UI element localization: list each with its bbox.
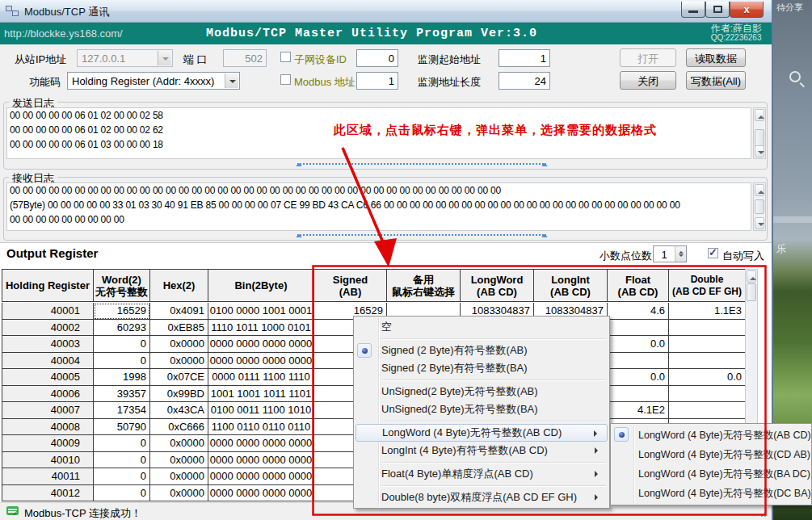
table-cell[interactable]: 39357 — [94, 386, 150, 403]
table-cell[interactable]: 4.6 — [608, 303, 669, 320]
menu-item[interactable]: LongWord (4 Byte)无符号整数(AB CD) — [356, 424, 608, 442]
maximize-button[interactable] — [705, 2, 730, 18]
search-icon[interactable] — [789, 71, 801, 82]
menu-item[interactable]: LongWord (4 Byte)无符号整数(CD AB) — [612, 445, 810, 464]
table-cell[interactable]: 4.1E2 — [608, 402, 669, 419]
table-cell[interactable] — [608, 353, 669, 370]
send-log-hscrollbar[interactable] — [297, 163, 546, 170]
receive-log-hscrollbar[interactable] — [297, 234, 546, 241]
modbus-addr-input[interactable]: 1 — [356, 72, 398, 90]
table-cell[interactable]: 0 — [94, 336, 150, 353]
table-cell[interactable] — [669, 320, 746, 337]
table-cell[interactable] — [608, 386, 669, 403]
menu-item[interactable]: UnSigned(2 Byte)无符号整数(AB) — [356, 383, 608, 400]
row-header[interactable]: 40008 — [2, 419, 94, 436]
table-cell[interactable] — [669, 402, 746, 419]
open-button[interactable]: 打开 — [620, 48, 676, 67]
modbus-addr-checkbox[interactable] — [280, 74, 291, 85]
table-cell[interactable]: 0100 0000 1001 0001 — [208, 303, 314, 320]
row-header[interactable]: 40010 — [2, 452, 94, 469]
row-header[interactable]: 40002 — [2, 320, 94, 337]
table-cell[interactable]: 1100 0110 0110 0110 — [208, 419, 314, 436]
subnet-id-checkbox[interactable] — [280, 52, 291, 62]
resize-grip[interactable] — [760, 510, 768, 518]
read-data-button[interactable]: 读取数据 — [686, 48, 746, 67]
auto-write-checkbox[interactable] — [708, 248, 718, 258]
row-header[interactable]: 40009 — [2, 435, 94, 452]
subnet-id-input[interactable]: 0 — [356, 49, 398, 67]
table-cell[interactable]: 1.1E3 — [669, 303, 746, 320]
row-header[interactable]: 40012 — [2, 485, 94, 502]
table-cell[interactable]: 50790 — [94, 419, 150, 436]
table-cell[interactable]: 0100 0011 1100 1010 — [208, 402, 314, 419]
scroll-up-icon[interactable] — [755, 109, 764, 121]
table-cell[interactable]: 0x0000 — [150, 468, 208, 485]
table-cell[interactable]: 1998 — [94, 369, 150, 386]
scroll-down-icon[interactable] — [755, 145, 764, 157]
table-cell[interactable]: 0x99BD — [150, 386, 208, 403]
menu-item[interactable]: Signed (2 Byte)有符号整数(BA) — [356, 359, 608, 377]
table-cell[interactable]: 0000 0000 0000 0000 — [208, 353, 314, 370]
close-conn-button[interactable]: 关闭 — [620, 71, 676, 90]
menu-item[interactable]: LongWord (4 Byte)无符号整数(AB CD) — [612, 426, 810, 445]
port-input[interactable]: 502 — [223, 49, 267, 67]
row-header[interactable]: 40004 — [2, 353, 94, 370]
table-cell[interactable]: 0 — [94, 353, 150, 370]
table-cell[interactable]: 0xC666 — [150, 419, 208, 436]
table-cell[interactable]: 0000 0111 1100 1110 — [208, 369, 314, 386]
table-cell[interactable]: 0.0 — [608, 336, 669, 353]
table-cell[interactable]: 0.0 — [608, 369, 669, 386]
table-cell[interactable]: 0 — [94, 452, 150, 469]
table-cell[interactable]: 0 — [94, 468, 150, 485]
scroll-down-icon[interactable] — [755, 217, 764, 229]
function-code-combo[interactable]: Holding Register (Addr: 4xxxx) — [67, 72, 240, 90]
table-cell[interactable]: 0x0000 — [150, 435, 208, 452]
table-cell[interactable]: 0000 0000 0000 0000 — [208, 452, 314, 469]
row-header[interactable]: 40007 — [2, 402, 94, 419]
write-data-button[interactable]: 写数据(All) — [686, 71, 746, 90]
table-cell[interactable]: 16529 — [94, 303, 150, 320]
table-cell[interactable]: 0x07CE — [150, 369, 208, 386]
table-cell[interactable]: 0 — [94, 435, 150, 452]
table-cell[interactable]: 0x0000 — [150, 353, 208, 370]
table-cell[interactable]: 1110 1011 1000 0101 — [208, 320, 314, 337]
table-cell[interactable]: 0xEB85 — [150, 320, 208, 337]
menu-item[interactable]: UnSigned(2 Byte)无符号整数(BA) — [356, 400, 608, 418]
table-cell[interactable]: 0x43CA — [150, 402, 208, 419]
row-header[interactable]: 40005 — [2, 369, 94, 386]
title-bar[interactable]: Modbus/TCP 通讯 x — [0, 0, 772, 23]
table-cell[interactable] — [669, 336, 746, 353]
minimize-button[interactable] — [681, 2, 705, 18]
monitor-start-input[interactable]: 1 — [499, 49, 550, 67]
menu-item[interactable]: LongWord (4 Byte)无符号整数(BA DC) — [612, 464, 810, 484]
row-header[interactable]: 40011 — [2, 468, 94, 485]
menu-item[interactable]: Float(4 Byte)单精度浮点(AB CD) — [356, 465, 608, 483]
table-cell[interactable]: 60293 — [94, 320, 150, 337]
table-cell[interactable]: 0000 0000 0000 0000 — [208, 468, 314, 485]
table-cell[interactable] — [669, 353, 746, 370]
menu-item[interactable]: LongInt (4 Byte)有符号整数(AB CD) — [356, 442, 608, 459]
scroll-up-icon[interactable] — [755, 184, 764, 196]
receive-log-text[interactable]: 00 00 00 00 00 00 00 00 00 00 00 00 00 0… — [6, 182, 751, 231]
table-cell[interactable]: 0000 0000 0000 0000 — [208, 435, 314, 452]
row-header[interactable]: 40001 — [2, 303, 94, 320]
table-cell[interactable]: 17354 — [94, 402, 150, 419]
table-cell[interactable]: 0x0000 — [150, 485, 208, 502]
table-cell[interactable]: 0x0000 — [150, 336, 208, 353]
scroll-up-icon[interactable] — [747, 270, 756, 283]
menu-item[interactable]: LongWord (4 Byte)无符号整数(DC BA) — [612, 484, 810, 503]
table-cell[interactable]: 1001 1001 1011 1101 — [208, 386, 314, 403]
spinner-arrows-icon[interactable] — [675, 246, 686, 262]
row-header[interactable]: 40003 — [2, 336, 94, 353]
table-cell[interactable]: 0000 0000 0000 0000 — [208, 336, 314, 353]
table-cell[interactable]: 0.0 — [669, 369, 746, 386]
menu-item[interactable]: Double(8 byte)双精度浮点(AB CD EF GH) — [356, 489, 608, 506]
row-header[interactable]: 40006 — [2, 386, 94, 403]
monitor-length-input[interactable]: 24 — [499, 72, 550, 90]
slave-ip-combo[interactable]: 127.0.0.1 — [77, 49, 173, 67]
send-log-scrollbar[interactable] — [753, 107, 766, 159]
receive-log-scrollbar[interactable] — [753, 182, 766, 231]
table-cell[interactable] — [669, 386, 746, 403]
table-cell[interactable]: 0x0000 — [150, 452, 208, 469]
table-cell[interactable] — [608, 320, 669, 337]
